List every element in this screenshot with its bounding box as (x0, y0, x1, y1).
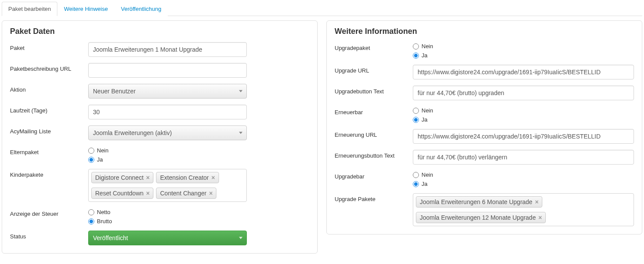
input-erneuerungsbutton-text[interactable] (413, 150, 634, 165)
label-laufzeit: Laufzeit (Tage) (10, 105, 88, 114)
select-aktion[interactable]: Neuer Benutzer (88, 84, 247, 99)
radio-erneuerbar-ja[interactable]: Ja (413, 116, 634, 123)
close-icon[interactable]: × (146, 190, 149, 197)
input-upgradebutton-text[interactable] (413, 86, 634, 100)
radio-upgradebar-nein[interactable]: Nein (413, 172, 634, 178)
radio-upgradepaket-nein[interactable]: Nein (413, 43, 634, 50)
tag-item: Reset Countdown× (91, 188, 153, 199)
input-paket[interactable] (88, 42, 247, 57)
radio-elternpaket-ja[interactable]: Ja (88, 156, 309, 163)
radio-erneuerbar-nein[interactable]: Nein (413, 107, 634, 114)
label-kinderpakete: Kinderpakete (10, 169, 88, 178)
close-icon[interactable]: × (146, 174, 149, 181)
tag-item: Joomla Erweiterungen 12 Monate Upgrade× (416, 212, 546, 223)
label-erneuerbar: Erneuerbar (335, 106, 413, 116)
input-paket-url[interactable] (88, 63, 247, 78)
panel-weitere-informationen: Weitere Informationen Upgradepaket Nein … (326, 20, 642, 234)
label-elternpaket: Elternpaket (10, 146, 88, 155)
close-icon[interactable]: × (535, 198, 538, 205)
label-acymailing: AcyMailing Liste (10, 125, 88, 135)
tagbox-upgrade-pakete[interactable]: Joomla Erweiterungen 6 Monate Upgrade× J… (413, 193, 634, 226)
label-upgradebar: Upgradebar (335, 171, 413, 180)
radio-elternpaket-nein[interactable]: Nein (88, 147, 309, 154)
radio-upgradepaket-ja[interactable]: Ja (413, 52, 634, 59)
tab-paket-bearbeiten[interactable]: Paket bearbeiten (2, 2, 57, 16)
input-laufzeit[interactable] (88, 105, 247, 119)
tab-bar: Paket bearbeiten Weitere Hinweise Veröff… (2, 2, 642, 16)
label-erneuerungsbutton-text: Erneuerungsbutton Text (335, 150, 413, 159)
select-acymailing[interactable]: Joomla Erweiterungen (aktiv) (88, 125, 247, 140)
label-paket-url: Paketbeschreibung URL (10, 63, 88, 72)
radio-steuer-netto[interactable]: Netto (88, 209, 309, 215)
input-erneuerung-url[interactable] (413, 129, 634, 144)
input-upgrade-url[interactable] (413, 65, 634, 79)
tag-item: Content Changer× (156, 188, 216, 199)
select-status[interactable]: Veröffentlicht (88, 231, 247, 245)
label-aktion: Aktion (10, 84, 88, 93)
panel-title-left: Paket Daten (10, 27, 309, 36)
tagbox-kinderpakete[interactable]: Digistore Connect× Extension Creator× Re… (88, 169, 247, 202)
panel-paket-daten: Paket Daten Paket Paketbeschreibung URL … (2, 20, 318, 254)
tag-item: Joomla Erweiterungen 6 Monate Upgrade× (416, 196, 542, 208)
label-upgradepaket: Upgradepaket (335, 42, 413, 51)
label-steuer: Anzeige der Steuer (10, 208, 88, 217)
tag-item: Extension Creator× (156, 172, 219, 183)
label-erneuerung-url: Erneuerung URL (335, 129, 413, 138)
label-upgrade-pakete: Upgrade Pakete (335, 193, 413, 202)
radio-upgradebar-ja[interactable]: Ja (413, 181, 634, 187)
panel-title-right: Weitere Informationen (335, 27, 634, 36)
label-upgradebutton-text: Upgradebutton Text (335, 86, 413, 95)
label-upgrade-url: Upgrade URL (335, 65, 413, 74)
close-icon[interactable]: × (212, 174, 215, 181)
radio-steuer-brutto[interactable]: Brutto (88, 218, 309, 224)
close-icon[interactable]: × (209, 190, 212, 197)
tab-weitere-hinweise[interactable]: Weitere Hinweise (57, 2, 114, 16)
close-icon[interactable]: × (538, 214, 542, 221)
label-status: Status (10, 231, 88, 240)
tag-item: Digistore Connect× (91, 172, 153, 183)
label-paket: Paket (10, 42, 88, 51)
tab-veroeffentlichung[interactable]: Veröffentlichung (114, 2, 168, 16)
